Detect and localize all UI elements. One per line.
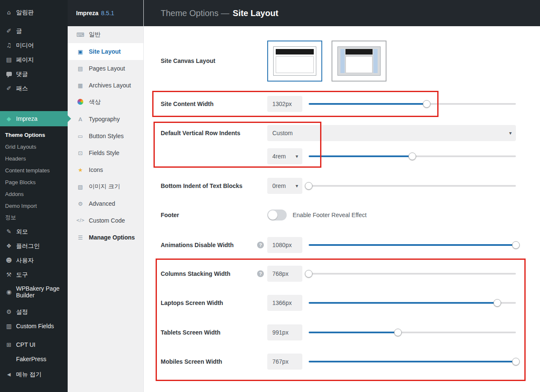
gem-icon: ◆ — [4, 116, 14, 122]
submenu-item-demo-import[interactable]: Demo Import — [0, 200, 68, 212]
row-indents-value-select[interactable]: 4rem ▾ — [267, 148, 302, 164]
sidebar-item-cpt-ui[interactable]: ⊞ CPT UI — [0, 338, 68, 352]
animations-disable-width-input[interactable] — [267, 237, 302, 253]
columns-stacking-width-slider[interactable] — [309, 273, 516, 275]
sidebar-item-plugins[interactable]: ❖ 플러그인 — [0, 239, 68, 253]
slider-handle[interactable] — [512, 358, 520, 365]
tools-icon: ⚒ — [4, 272, 14, 278]
theme-tab-archives-layout[interactable]: ▦ Archives Layout — [68, 77, 143, 94]
row-indents-slider[interactable] — [309, 155, 516, 157]
laptops-screen-width-input[interactable] — [267, 295, 302, 311]
theme-tab-label: Button Styles — [89, 133, 124, 139]
tablets-screen-width-input[interactable] — [267, 324, 302, 340]
sidebar-item-custom-fields[interactable]: ▥ Custom Fields — [0, 319, 68, 333]
wpbakery-icon: ◉ — [4, 289, 14, 295]
slider-fill — [309, 244, 516, 246]
row-indents-mode-select[interactable]: Custom ▾ — [267, 125, 516, 141]
custom-fields-icon: ▥ — [4, 323, 14, 329]
theme-tab-colors[interactable]: 색상 — [68, 94, 143, 111]
slider-handle[interactable] — [305, 182, 312, 190]
slider-fill — [309, 361, 516, 362]
theme-tab-label: Archives Layout — [89, 82, 131, 89]
columns-stacking-width-input[interactable] — [267, 266, 302, 282]
theme-tab-manage-options[interactable]: ☰ Manage Options — [68, 229, 143, 246]
sidebar-item-appearance[interactable]: ✎ 외모 — [0, 224, 68, 239]
options-content: Site Canvas Layout — [144, 41, 540, 370]
sidebar-item-settings[interactable]: ⚙ 설정 — [0, 305, 68, 319]
theme-tab-custom-code[interactable]: </> Custom Code — [68, 212, 143, 229]
help-icon[interactable]: ? — [257, 270, 264, 277]
sidebar-item-impreza[interactable]: ◆ Impreza — [0, 111, 68, 126]
cpt-ui-icon: ⊞ — [4, 342, 14, 348]
slider-handle[interactable] — [423, 100, 430, 108]
sidebar-item-comments[interactable]: 댓글 — [0, 67, 68, 81]
theme-tab-fields-style[interactable]: ⊡ Fields Style — [68, 144, 143, 161]
submenu-item-headers[interactable]: Headers — [0, 152, 68, 164]
canvas-layout-wide-option[interactable] — [267, 41, 322, 82]
help-icon[interactable]: ? — [257, 242, 264, 248]
slider-handle[interactable] — [305, 270, 312, 278]
sidebar-item-collapse-menu[interactable]: ◀ 메뉴 접기 — [0, 367, 68, 381]
option-label: Columns Stacking Width ? — [161, 270, 267, 278]
sidebar-item-fakerpress[interactable]: FakerPress — [0, 352, 68, 366]
page-title: Site Layout — [233, 8, 278, 18]
bottom-indent-select[interactable]: 0rem ▾ — [267, 178, 302, 194]
theme-tab-site-layout[interactable]: ▣ Site Layout — [68, 43, 143, 60]
option-row-tablets-screen-width: Tablets Screen Width — [161, 324, 516, 340]
selected-option: Custom — [272, 130, 293, 136]
sidebar-item-posts[interactable]: ✐ 글 — [0, 24, 68, 38]
option-label-text: Columns Stacking Width — [161, 270, 230, 277]
theme-tab-advanced[interactable]: ⚙ Advanced — [68, 195, 143, 212]
laptops-screen-width-slider[interactable] — [309, 302, 516, 304]
site-content-width-input[interactable] — [267, 96, 302, 112]
slider-handle[interactable] — [394, 329, 402, 336]
pin-icon: ✐ — [4, 28, 14, 34]
submenu-item-addons[interactable]: Addons — [0, 188, 68, 200]
option-label: Animations Disable Width ? — [161, 241, 267, 249]
submenu-item-content-templates[interactable]: Content templates — [0, 164, 68, 176]
option-row-columns-stacking-width: Columns Stacking Width ? — [161, 266, 516, 282]
selected-option: 0rem — [272, 182, 286, 189]
tablets-screen-width-slider[interactable] — [309, 332, 516, 333]
footer-reveal-toggle[interactable] — [267, 210, 287, 220]
theme-tab-icons[interactable]: ★ Icons — [68, 161, 143, 178]
theme-tab-label: 색상 — [89, 98, 101, 106]
option-label-text: Site Canvas Layout — [161, 57, 215, 64]
submenu-item-about[interactable]: 정보 — [0, 212, 68, 223]
option-label: Mobiles Screen Width — [161, 358, 267, 365]
option-label: Footer — [161, 211, 267, 219]
theme-tab-label: Pages Layout — [89, 65, 125, 72]
submenu-item-theme-options[interactable]: Theme Options — [0, 129, 68, 141]
theme-tab-typography[interactable]: A Typography — [68, 111, 143, 128]
sidebar-item-users[interactable]: ☻ 사용자 — [0, 253, 68, 267]
sidebar-item-media[interactable]: ♫ 미디어 — [0, 38, 68, 52]
sidebar-item-label: 외모 — [16, 228, 28, 235]
sidebar-item-tools[interactable]: ⚒ 도구 — [0, 267, 68, 282]
slider-handle[interactable] — [493, 299, 501, 307]
theme-tab-general[interactable]: ⌨ 일반 — [68, 26, 143, 43]
sidebar-item-wpbakery[interactable]: ◉ WPBakery Page Builder — [0, 282, 68, 302]
button-styles-icon: ▭ — [76, 133, 85, 139]
bottom-indent-slider[interactable] — [309, 185, 516, 187]
page-title-bar: Theme Options — Site Layout — [144, 0, 540, 26]
theme-tab-label: Advanced — [89, 200, 115, 207]
option-label-text: Animations Disable Width — [161, 242, 234, 248]
image-sizes-icon: ▧ — [76, 184, 85, 190]
theme-tab-pages-layout[interactable]: ▤ Pages Layout — [68, 60, 143, 77]
sidebar-item-path[interactable]: ✐ 패스 — [0, 81, 68, 95]
site-content-width-slider[interactable] — [309, 103, 516, 105]
sidebar-item-pages[interactable]: ▤ 페이지 — [0, 52, 68, 67]
theme-tab-image-sizes[interactable]: ▧ 이미지 크기 — [68, 178, 143, 195]
animations-disable-width-slider[interactable] — [309, 244, 516, 246]
slider-handle[interactable] — [512, 241, 520, 249]
theme-tab-button-styles[interactable]: ▭ Button Styles — [68, 128, 143, 144]
selected-option: 4rem — [272, 153, 286, 160]
slider-handle[interactable] — [408, 152, 416, 160]
mobiles-screen-width-input[interactable] — [267, 354, 302, 370]
submenu-item-grid-layouts[interactable]: Grid Layouts — [0, 141, 68, 152]
submenu-item-page-blocks[interactable]: Page Blocks — [0, 176, 68, 188]
theme-tab-label: Typography — [89, 116, 120, 122]
mobiles-screen-width-slider[interactable] — [309, 361, 516, 362]
canvas-layout-boxed-option[interactable] — [332, 41, 386, 82]
sidebar-item-dashboard[interactable]: ⌂ 알림판 — [0, 5, 68, 19]
